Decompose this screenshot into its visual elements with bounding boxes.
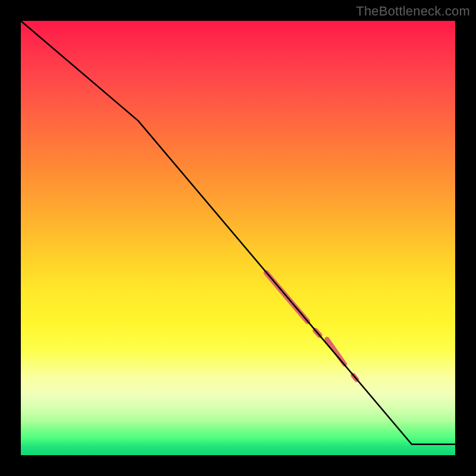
plot-area xyxy=(21,21,455,455)
chart-stage: TheBottleneck.com xyxy=(0,0,476,476)
highlight-segment xyxy=(327,339,345,364)
watermark-text: TheBottleneck.com xyxy=(356,4,470,19)
main-curve xyxy=(21,21,455,444)
chart-svg xyxy=(21,21,455,455)
